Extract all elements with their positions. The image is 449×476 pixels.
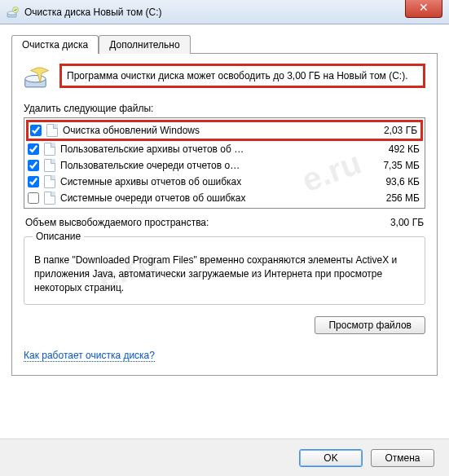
file-icon <box>46 124 58 137</box>
file-row[interactable]: Пользовательские очереди отчетов о…7,35 … <box>26 157 423 174</box>
description-legend: Описание <box>33 231 84 242</box>
file-size: 93,6 КБ <box>363 176 420 187</box>
file-icon <box>44 192 55 205</box>
tab-additional[interactable]: Дополнительно <box>99 35 190 54</box>
view-files-button[interactable]: Просмотр файлов <box>315 316 425 334</box>
freed-space-label: Объем высвобождаемого пространства: <box>25 217 209 228</box>
file-icon <box>44 159 55 172</box>
close-icon: ✕ <box>419 1 429 14</box>
file-size: 7,35 МБ <box>363 160 420 171</box>
description-text: В папке "Downloaded Program Files" време… <box>34 253 415 294</box>
file-size: 256 МБ <box>363 192 420 204</box>
delete-files-label: Удалить следующие файлы: <box>24 103 425 114</box>
info-text: Программа очистки диска может освободить… <box>67 70 408 82</box>
ok-button[interactable]: OK <box>299 449 363 467</box>
file-icon <box>44 143 55 156</box>
disk-cleanup-icon <box>7 6 20 19</box>
file-label: Очистка обновлений Windows <box>63 125 355 136</box>
title-bar: Очистка диска Новый том (C:) ✕ <box>0 0 449 24</box>
close-button[interactable]: ✕ <box>405 0 442 18</box>
tab-panel: Программа очистки диска может освободить… <box>11 53 438 376</box>
description-group: Описание В папке "Downloaded Program Fil… <box>24 236 425 305</box>
file-checkbox[interactable] <box>30 125 42 136</box>
file-label: Системные очереди отчетов об ошибках <box>60 192 358 204</box>
file-checkbox[interactable] <box>28 176 39 187</box>
file-row[interactable]: Пользовательские архивы отчетов об …492 … <box>26 141 423 157</box>
file-label: Пользовательские очереди отчетов о… <box>60 160 358 171</box>
info-box: Программа очистки диска может освободить… <box>59 64 425 88</box>
file-checkbox[interactable] <box>28 143 39 155</box>
file-row[interactable]: Системные очереди отчетов об ошибках256 … <box>26 190 423 206</box>
tab-strip: Очистка диска Дополнительно <box>0 24 449 53</box>
help-link[interactable]: Как работает очистка диска? <box>24 350 155 362</box>
dialog-button-bar: OK Отмена <box>0 439 449 476</box>
file-size: 2,03 ГБ <box>360 125 417 136</box>
file-checkbox[interactable] <box>28 160 39 171</box>
file-list[interactable]: Очистка обновлений Windows2,03 ГБПользов… <box>24 117 425 209</box>
file-label: Пользовательские архивы отчетов об … <box>60 143 358 155</box>
file-size: 492 КБ <box>363 143 420 155</box>
drive-icon <box>24 64 51 91</box>
file-row[interactable]: Системные архивы отчетов об ошибках93,6 … <box>26 174 423 190</box>
svg-point-4 <box>25 75 46 82</box>
window-title: Очистка диска Новый том (C:) <box>24 7 162 18</box>
file-label: Системные архивы отчетов об ошибках <box>60 176 358 187</box>
cancel-button[interactable]: Отмена <box>371 449 434 467</box>
file-icon <box>44 175 55 188</box>
tab-disk-cleanup[interactable]: Очистка диска <box>11 35 99 54</box>
freed-space-value: 3,00 ГБ <box>390 217 424 228</box>
file-checkbox[interactable] <box>28 192 39 204</box>
file-row[interactable]: Очистка обновлений Windows2,03 ГБ <box>26 120 423 141</box>
